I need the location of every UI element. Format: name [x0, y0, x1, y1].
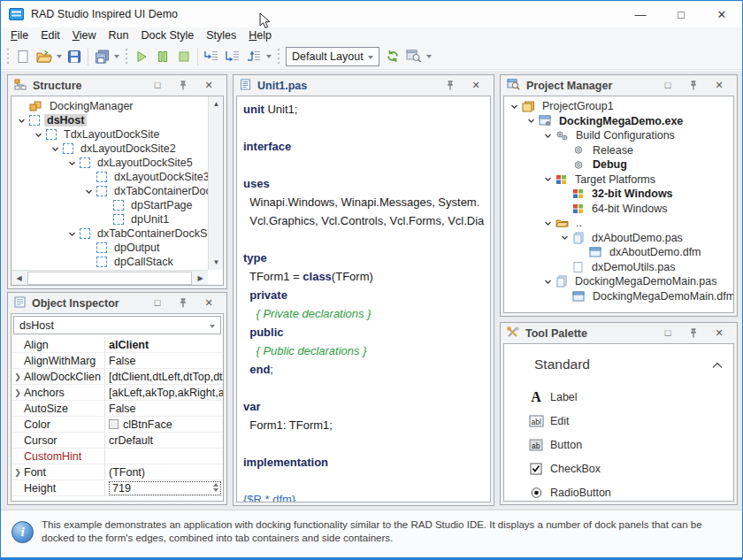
maximize-panel-icon[interactable]: □ [150, 295, 165, 310]
scrollbar-thumb[interactable] [27, 272, 192, 285]
view-layout-dropdown[interactable] [425, 46, 433, 67]
structure-panel-caption[interactable]: Structure □ ✕ [8, 75, 226, 96]
tree-node[interactable]: Release [504, 143, 733, 158]
property-row[interactable]: CustomHint [11, 449, 223, 464]
tree-node[interactable]: DockingMegaDemo.exe [504, 114, 733, 129]
tree-node[interactable]: Debug [504, 157, 733, 173]
tree-node[interactable]: dxDemoUtils.pas [504, 260, 733, 275]
horizontal-scrollbar[interactable]: ◀ ▶ [11, 270, 208, 285]
vertical-scrollbar[interactable]: ▲ ▼ [208, 96, 223, 270]
expand-chevron-icon[interactable] [540, 128, 555, 142]
reset-layout-button[interactable] [382, 46, 403, 67]
maximize-panel-icon[interactable]: □ [661, 326, 675, 340]
maximize-panel-icon[interactable]: □ [661, 78, 675, 92]
tree-node[interactable]: dxAboutDemo.pas [504, 231, 733, 246]
expand-chevron-icon[interactable] [540, 173, 555, 187]
tree-node[interactable]: DockingManager [11, 99, 208, 113]
palette-category[interactable]: Standard [534, 357, 723, 372]
palette-item-checkbox[interactable]: CheckBox [504, 456, 733, 480]
step-out-button[interactable] [243, 46, 264, 67]
save-file-button[interactable] [64, 46, 85, 67]
property-value[interactable]: crDefault [105, 433, 223, 448]
spin-up-icon[interactable] [213, 483, 218, 487]
tree-node[interactable]: 64-bit Windows [504, 202, 733, 217]
spin-arrows[interactable] [213, 483, 218, 492]
pin-icon[interactable] [443, 78, 457, 92]
menu-item-file[interactable]: File [4, 28, 34, 42]
expand-chevron-icon[interactable] [65, 156, 80, 170]
palette-item-edit[interactable]: ablEdit [504, 409, 733, 433]
menu-item-edit[interactable]: Edit [34, 28, 66, 42]
pin-icon[interactable] [686, 78, 701, 92]
tree-node[interactable]: dpCallStack [11, 255, 208, 269]
step-over-button[interactable] [201, 46, 222, 67]
open-file-button[interactable] [34, 46, 55, 67]
collapse-chevron-icon[interactable] [712, 357, 723, 372]
tree-node[interactable]: dsHost [11, 113, 208, 127]
tool-palette-caption[interactable]: Tool Palette □ ✕ [501, 323, 737, 343]
editor-caption[interactable]: Unit1.pas ✕ [234, 75, 494, 96]
expand-chevron-icon[interactable] [540, 216, 555, 230]
height-spin-editor[interactable]: 719 [109, 481, 221, 495]
expand-arrow-icon[interactable]: ❯ [11, 468, 24, 477]
close-panel-icon[interactable]: ✕ [469, 78, 483, 92]
tree-node[interactable]: TdxLayoutDockSite [11, 127, 208, 142]
open-file-dropdown[interactable] [55, 46, 64, 67]
tree-node[interactable]: dxLayoutDockSite5 [11, 156, 208, 170]
tree-node[interactable]: dxLayoutDockSite2 [11, 142, 208, 156]
expand-chevron-icon[interactable] [65, 226, 80, 241]
expand-chevron-icon[interactable] [31, 127, 46, 142]
expand-chevron-icon[interactable] [557, 231, 572, 245]
expand-chevron-icon[interactable] [540, 274, 555, 288]
layout-combo[interactable]: Default Layout [286, 47, 379, 66]
property-row[interactable]: AutoSizeFalse [11, 401, 223, 417]
property-value[interactable]: (TFont) [105, 464, 223, 479]
save-all-button[interactable] [91, 46, 112, 67]
menu-item-dock-style[interactable]: Dock Style [135, 28, 201, 42]
step-out-dropdown[interactable] [264, 46, 273, 67]
minimize-icon[interactable]: — [620, 1, 661, 27]
property-value[interactable]: False [105, 401, 223, 416]
title-bar[interactable]: RAD Studio Inspired UI Demo — □ ✕ [1, 1, 742, 27]
object-selector-combo[interactable]: dsHost [13, 316, 221, 334]
tree-node[interactable]: dxLayoutDockSite3 [11, 170, 208, 184]
property-value[interactable]: [akLeft,akTop,akRight,akBot [105, 385, 223, 400]
scroll-down-icon[interactable]: ▼ [209, 255, 224, 270]
spin-down-icon[interactable] [213, 488, 218, 492]
pin-icon[interactable] [176, 78, 190, 92]
expand-chevron-icon[interactable] [14, 113, 29, 127]
toolbar-grip[interactable] [4, 49, 11, 65]
expand-chevron-icon[interactable] [48, 142, 63, 156]
tree-node[interactable]: ProjectGroup1 [504, 99, 733, 114]
pin-icon[interactable] [686, 326, 701, 340]
tree-node[interactable]: .. [504, 216, 733, 231]
property-value[interactable]: alClient [105, 337, 223, 352]
expand-arrow-icon[interactable]: ❯ [11, 372, 24, 381]
close-panel-icon[interactable]: ✕ [712, 326, 726, 340]
expand-arrow-icon[interactable]: ❯ [11, 388, 24, 397]
new-file-button[interactable] [12, 46, 34, 67]
property-row[interactable]: CursorcrDefault [11, 433, 223, 449]
property-value[interactable]: False [105, 353, 223, 368]
menu-item-view[interactable]: View [66, 28, 103, 42]
tree-node[interactable]: dpOutput [11, 241, 208, 255]
tree-node[interactable]: DockingMegaDemoMain.dfm [504, 289, 733, 304]
toolbar-grip[interactable] [123, 49, 129, 65]
tree-node[interactable]: dpUnit1 [11, 212, 208, 226]
property-row[interactable]: ❯Anchors[akLeft,akTop,akRight,akBot [11, 385, 223, 401]
property-row[interactable]: ❯Font(TFont) [11, 464, 223, 480]
toolbar-grip[interactable] [275, 49, 281, 65]
property-row[interactable]: AlignalClient [11, 337, 223, 353]
close-panel-icon[interactable]: ✕ [712, 78, 726, 92]
tree-node[interactable]: dxTabContainerDockSi [11, 184, 208, 198]
tree-node[interactable]: DockingMegaDemoMain.pas [504, 274, 733, 289]
property-row[interactable]: Height719 [11, 480, 223, 496]
expand-chevron-icon[interactable] [81, 184, 96, 198]
menu-item-run[interactable]: Run [103, 28, 135, 42]
close-icon[interactable]: ✕ [701, 1, 742, 27]
menu-item-styles[interactable]: Styles [200, 28, 242, 42]
tree-node[interactable]: 32-bit Windows [504, 187, 733, 202]
tree-node[interactable]: dxTabContainerDockSite1 [11, 226, 208, 241]
palette-item-label[interactable]: ALabel [504, 385, 733, 409]
run-button[interactable] [131, 46, 152, 67]
